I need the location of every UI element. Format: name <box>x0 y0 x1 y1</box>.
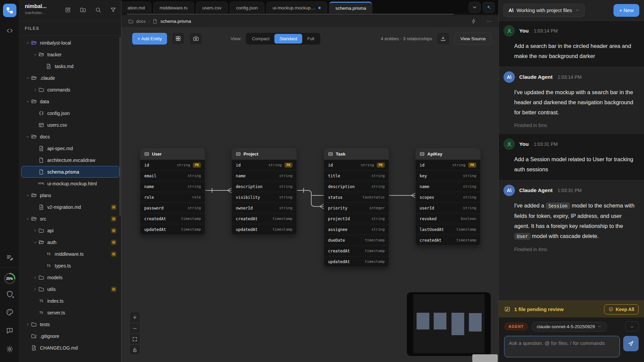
folder-icon <box>31 75 37 81</box>
tree-folder-tests[interactable]: tests <box>21 318 119 330</box>
tree-file-middleware.ts[interactable]: TSmiddleware.tsM <box>21 248 119 260</box>
tree-folder-auth[interactable]: authM <box>21 236 119 248</box>
tab-scrollbar-thumb[interactable] <box>127 14 454 15</box>
entity-field-row: updatedAttimestamp <box>140 224 205 235</box>
diagram-canvas[interactable]: + Add Entity View: CompactStandardFull 4… <box>121 28 498 362</box>
tab-users.csv[interactable]: users.csv <box>196 2 228 13</box>
minimap[interactable] <box>407 292 491 356</box>
send-button[interactable] <box>623 336 639 351</box>
file-review-icon <box>504 306 511 312</box>
canvas-scrollbar-thumb[interactable] <box>472 354 498 362</box>
chevron-right-icon <box>32 87 38 92</box>
entity-Project[interactable]: ProjectidstringPKnamestringdescriptionst… <box>231 148 297 235</box>
entity-Task[interactable]: TaskidstringPKtitlestringdescriptionstri… <box>324 148 389 267</box>
tree-file-users.csv[interactable]: users.csv <box>21 119 119 131</box>
tree-folder-plans[interactable]: plans <box>21 189 119 201</box>
view-mode-standard[interactable]: Standard <box>274 34 302 44</box>
model-selector[interactable]: claude-sonnet-4-5-20250929 <box>531 322 607 331</box>
new-chat-button[interactable]: + New <box>613 4 639 17</box>
tree-file-schema.prisma[interactable]: schema.prisma <box>21 166 119 178</box>
chat-panel: A\ Working with project files + New You1… <box>498 0 644 362</box>
breadcrumb-folder[interactable]: docs <box>136 19 146 24</box>
table-icon <box>236 152 241 157</box>
zoom-out-button[interactable] <box>129 323 140 334</box>
download-button[interactable] <box>436 32 450 45</box>
new-folder-icon[interactable] <box>80 7 86 13</box>
tree-folder-src[interactable]: srcM <box>21 213 119 225</box>
palette-icon[interactable] <box>6 308 13 316</box>
tree-file-architecture.excalidraw[interactable]: architecture.excalidraw <box>21 154 119 166</box>
rail-divider <box>0 267 19 268</box>
lock-button[interactable] <box>129 344 140 355</box>
minimap-entity-rect <box>417 313 429 329</box>
settings-gear-icon[interactable] <box>6 345 13 353</box>
sidebar-scrollbar[interactable] <box>119 37 121 216</box>
fit-view-button[interactable] <box>129 334 140 344</box>
progress-ring[interactable]: 25% <box>3 272 16 285</box>
tree-folder-nimbalyst-local[interactable]: nimbalyst-local <box>21 37 119 49</box>
tree-folder-api[interactable]: apiM <box>21 225 119 236</box>
tree-folder-commands[interactable]: commands <box>21 84 119 96</box>
more-options-icon[interactable] <box>486 18 492 24</box>
tree-file-api-spec.md[interactable]: api-spec.md <box>21 142 119 154</box>
snapshot-camera-button[interactable] <box>189 32 203 45</box>
tree-file-server.ts[interactable]: TSserver.ts <box>21 307 119 318</box>
shield-icon[interactable] <box>6 290 13 298</box>
notes-edit-icon[interactable] <box>6 254 13 261</box>
tree-item-label: ui-mockup.mockup.html <box>47 181 106 186</box>
tree-file-v2-migration.md[interactable]: v2-migration.mdM <box>21 201 119 213</box>
tree-folder-data[interactable]: data <box>21 96 119 107</box>
tree-file-CHANGELOG.md[interactable]: CHANGELOG.md <box>21 342 119 354</box>
message-text: I've added a Session model to the schema… <box>514 200 635 241</box>
composer-more-button[interactable]: -- <box>625 321 639 331</box>
tree-file-config.json[interactable]: {}config.json <box>21 107 119 119</box>
filter-icon[interactable] <box>110 7 116 13</box>
new-file-icon[interactable] <box>65 7 71 13</box>
tree-folder-tracker[interactable]: tracker <box>21 49 119 60</box>
entity-User[interactable]: UseridstringPKemailstringnamestringroler… <box>140 148 205 235</box>
view-label: View: <box>230 36 241 41</box>
tree-folder-.claude[interactable]: .claude <box>21 72 119 84</box>
tree-file-tasks.md[interactable]: tasks.md <box>21 60 119 72</box>
pk-badge: PK <box>284 163 292 168</box>
tree-file-ui-mockup.mockup.html[interactable]: HTMLui-mockup.mockup.html <box>21 178 119 189</box>
tree-folder-utils[interactable]: utilsM <box>21 283 119 295</box>
folder-icon <box>31 99 37 105</box>
tree-item-label: v2-migration.md <box>47 204 90 210</box>
zoom-in-button[interactable] <box>129 312 140 323</box>
chevron-down-icon <box>24 134 31 139</box>
view-mode-compact[interactable]: Compact <box>247 34 274 44</box>
tab-ation.md[interactable]: ation.md <box>121 2 151 13</box>
zap-icon[interactable] <box>471 18 477 24</box>
tab-middleware.ts[interactable]: middleware.ts <box>153 2 194 13</box>
search-icon[interactable] <box>95 7 101 13</box>
code-panel-icon[interactable] <box>6 27 13 35</box>
chat-mode-dropdown[interactable]: A\ Working with project files <box>503 4 585 17</box>
tree-file-index.ts[interactable]: TSindex.ts <box>21 295 119 307</box>
entity-ApiKey[interactable]: ApiKeyidstringPKkeystringnamestringscope… <box>415 148 481 246</box>
layout-grid-button[interactable] <box>171 32 185 45</box>
tab-label: schema.prisma <box>335 6 366 11</box>
tree-folder-docs[interactable]: docs <box>21 131 119 142</box>
feedback-icon[interactable] <box>6 327 13 335</box>
tree-file-types.ts[interactable]: TStypes.ts <box>21 260 119 272</box>
add-entity-button[interactable]: + Add Entity <box>132 33 167 45</box>
app-logo[interactable] <box>3 4 16 17</box>
entity-field-row: rolerole <box>140 192 205 202</box>
tab-ui-mockup.mockup....[interactable]: ui-mockup.mockup.... <box>266 2 327 13</box>
chat-input[interactable] <box>504 336 620 357</box>
tab-config.json[interactable]: config.json <box>230 2 264 13</box>
message-author: You <box>519 28 529 34</box>
tab-schema.prisma[interactable]: schema.prisma <box>329 2 373 13</box>
view-source-button[interactable]: View Source <box>454 33 492 45</box>
tree-file-.gitignore[interactable]: .gitignore <box>21 330 119 342</box>
keep-all-button[interactable]: Keep All <box>604 304 639 314</box>
ai-sparkle-button[interactable] <box>483 2 495 13</box>
entity-field-row: lastUsedAttimestamp <box>416 224 480 235</box>
view-mode-full[interactable]: Full <box>302 34 319 44</box>
tab-overflow-button[interactable] <box>469 2 481 13</box>
entity-header: ApiKey <box>416 148 480 160</box>
tree-folder-models[interactable]: models <box>21 272 119 283</box>
message-author: Claude Agent <box>519 187 552 193</box>
filetext-icon <box>38 145 44 152</box>
